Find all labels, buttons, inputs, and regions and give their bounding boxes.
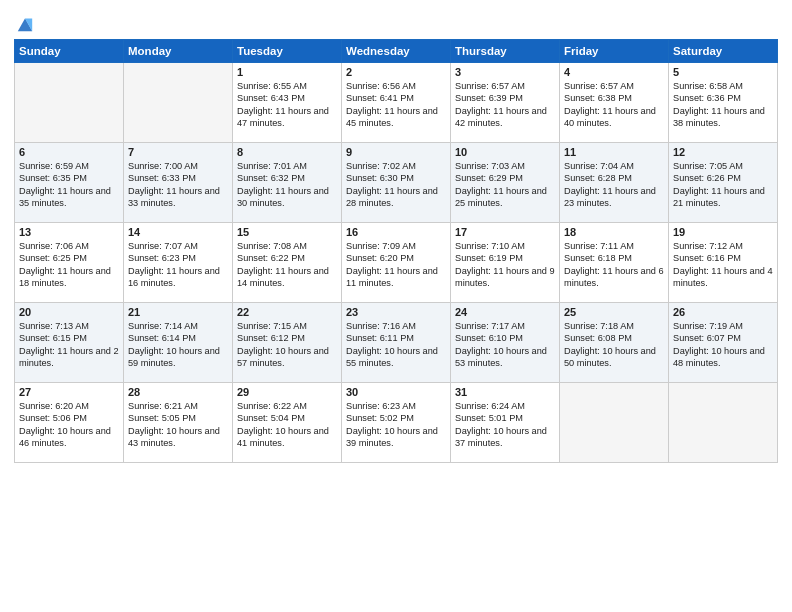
calendar-cell: 16Sunrise: 7:09 AMSunset: 6:20 PMDayligh… [342,223,451,303]
day-number: 19 [673,226,773,238]
day-number: 22 [237,306,337,318]
day-number: 18 [564,226,664,238]
calendar-cell [15,63,124,143]
cell-info: Sunrise: 7:15 AMSunset: 6:12 PMDaylight:… [237,320,337,370]
cell-info: Sunrise: 6:24 AMSunset: 5:01 PMDaylight:… [455,400,555,450]
weekday-header-row: SundayMondayTuesdayWednesdayThursdayFrid… [15,40,778,63]
calendar-cell: 22Sunrise: 7:15 AMSunset: 6:12 PMDayligh… [233,303,342,383]
calendar-cell: 2Sunrise: 6:56 AMSunset: 6:41 PMDaylight… [342,63,451,143]
cell-info: Sunrise: 7:03 AMSunset: 6:29 PMDaylight:… [455,160,555,210]
calendar-cell: 9Sunrise: 7:02 AMSunset: 6:30 PMDaylight… [342,143,451,223]
cell-info: Sunrise: 6:23 AMSunset: 5:02 PMDaylight:… [346,400,446,450]
day-number: 10 [455,146,555,158]
calendar-cell: 24Sunrise: 7:17 AMSunset: 6:10 PMDayligh… [451,303,560,383]
header [14,10,778,33]
cell-info: Sunrise: 7:12 AMSunset: 6:16 PMDaylight:… [673,240,773,290]
calendar-cell [124,63,233,143]
day-number: 27 [19,386,119,398]
calendar-cell: 7Sunrise: 7:00 AMSunset: 6:33 PMDaylight… [124,143,233,223]
calendar-cell: 6Sunrise: 6:59 AMSunset: 6:35 PMDaylight… [15,143,124,223]
calendar-cell: 25Sunrise: 7:18 AMSunset: 6:08 PMDayligh… [560,303,669,383]
cell-info: Sunrise: 7:14 AMSunset: 6:14 PMDaylight:… [128,320,228,370]
day-number: 30 [346,386,446,398]
cell-info: Sunrise: 7:18 AMSunset: 6:08 PMDaylight:… [564,320,664,370]
cell-info: Sunrise: 7:05 AMSunset: 6:26 PMDaylight:… [673,160,773,210]
calendar-cell: 18Sunrise: 7:11 AMSunset: 6:18 PMDayligh… [560,223,669,303]
cell-info: Sunrise: 7:06 AMSunset: 6:25 PMDaylight:… [19,240,119,290]
cell-info: Sunrise: 6:58 AMSunset: 6:36 PMDaylight:… [673,80,773,130]
cell-info: Sunrise: 7:13 AMSunset: 6:15 PMDaylight:… [19,320,119,370]
cell-info: Sunrise: 7:10 AMSunset: 6:19 PMDaylight:… [455,240,555,290]
day-number: 14 [128,226,228,238]
cell-info: Sunrise: 6:57 AMSunset: 6:39 PMDaylight:… [455,80,555,130]
day-number: 24 [455,306,555,318]
calendar-week-0: 1Sunrise: 6:55 AMSunset: 6:43 PMDaylight… [15,63,778,143]
weekday-wednesday: Wednesday [342,40,451,63]
day-number: 28 [128,386,228,398]
calendar-cell: 12Sunrise: 7:05 AMSunset: 6:26 PMDayligh… [669,143,778,223]
day-number: 2 [346,66,446,78]
day-number: 31 [455,386,555,398]
calendar-cell: 14Sunrise: 7:07 AMSunset: 6:23 PMDayligh… [124,223,233,303]
calendar-cell: 15Sunrise: 7:08 AMSunset: 6:22 PMDayligh… [233,223,342,303]
weekday-thursday: Thursday [451,40,560,63]
calendar-cell [560,383,669,463]
calendar-cell: 5Sunrise: 6:58 AMSunset: 6:36 PMDaylight… [669,63,778,143]
day-number: 20 [19,306,119,318]
calendar-cell: 19Sunrise: 7:12 AMSunset: 6:16 PMDayligh… [669,223,778,303]
calendar-cell: 29Sunrise: 6:22 AMSunset: 5:04 PMDayligh… [233,383,342,463]
day-number: 1 [237,66,337,78]
day-number: 16 [346,226,446,238]
day-number: 7 [128,146,228,158]
cell-info: Sunrise: 6:59 AMSunset: 6:35 PMDaylight:… [19,160,119,210]
cell-info: Sunrise: 7:07 AMSunset: 6:23 PMDaylight:… [128,240,228,290]
calendar-cell: 23Sunrise: 7:16 AMSunset: 6:11 PMDayligh… [342,303,451,383]
day-number: 6 [19,146,119,158]
day-number: 12 [673,146,773,158]
calendar-cell: 26Sunrise: 7:19 AMSunset: 6:07 PMDayligh… [669,303,778,383]
weekday-monday: Monday [124,40,233,63]
day-number: 13 [19,226,119,238]
weekday-tuesday: Tuesday [233,40,342,63]
calendar-cell: 1Sunrise: 6:55 AMSunset: 6:43 PMDaylight… [233,63,342,143]
calendar-cell: 17Sunrise: 7:10 AMSunset: 6:19 PMDayligh… [451,223,560,303]
cell-info: Sunrise: 7:16 AMSunset: 6:11 PMDaylight:… [346,320,446,370]
calendar-cell: 13Sunrise: 7:06 AMSunset: 6:25 PMDayligh… [15,223,124,303]
cell-info: Sunrise: 6:56 AMSunset: 6:41 PMDaylight:… [346,80,446,130]
calendar-cell [669,383,778,463]
cell-info: Sunrise: 7:09 AMSunset: 6:20 PMDaylight:… [346,240,446,290]
cell-info: Sunrise: 7:11 AMSunset: 6:18 PMDaylight:… [564,240,664,290]
calendar-cell: 3Sunrise: 6:57 AMSunset: 6:39 PMDaylight… [451,63,560,143]
cell-info: Sunrise: 7:08 AMSunset: 6:22 PMDaylight:… [237,240,337,290]
page: SundayMondayTuesdayWednesdayThursdayFrid… [0,0,792,612]
weekday-saturday: Saturday [669,40,778,63]
logo-icon [16,15,34,33]
day-number: 26 [673,306,773,318]
calendar-cell: 11Sunrise: 7:04 AMSunset: 6:28 PMDayligh… [560,143,669,223]
calendar-week-2: 13Sunrise: 7:06 AMSunset: 6:25 PMDayligh… [15,223,778,303]
cell-info: Sunrise: 6:57 AMSunset: 6:38 PMDaylight:… [564,80,664,130]
cell-info: Sunrise: 6:22 AMSunset: 5:04 PMDaylight:… [237,400,337,450]
calendar-cell: 10Sunrise: 7:03 AMSunset: 6:29 PMDayligh… [451,143,560,223]
day-number: 9 [346,146,446,158]
calendar-cell: 30Sunrise: 6:23 AMSunset: 5:02 PMDayligh… [342,383,451,463]
day-number: 5 [673,66,773,78]
day-number: 11 [564,146,664,158]
day-number: 8 [237,146,337,158]
day-number: 17 [455,226,555,238]
weekday-friday: Friday [560,40,669,63]
cell-info: Sunrise: 6:21 AMSunset: 5:05 PMDaylight:… [128,400,228,450]
day-number: 25 [564,306,664,318]
day-number: 3 [455,66,555,78]
logo [14,14,34,33]
day-number: 15 [237,226,337,238]
calendar-week-3: 20Sunrise: 7:13 AMSunset: 6:15 PMDayligh… [15,303,778,383]
cell-info: Sunrise: 6:55 AMSunset: 6:43 PMDaylight:… [237,80,337,130]
cell-info: Sunrise: 7:04 AMSunset: 6:28 PMDaylight:… [564,160,664,210]
cell-info: Sunrise: 7:01 AMSunset: 6:32 PMDaylight:… [237,160,337,210]
cell-info: Sunrise: 7:02 AMSunset: 6:30 PMDaylight:… [346,160,446,210]
calendar-cell: 20Sunrise: 7:13 AMSunset: 6:15 PMDayligh… [15,303,124,383]
day-number: 4 [564,66,664,78]
weekday-sunday: Sunday [15,40,124,63]
calendar-week-4: 27Sunrise: 6:20 AMSunset: 5:06 PMDayligh… [15,383,778,463]
